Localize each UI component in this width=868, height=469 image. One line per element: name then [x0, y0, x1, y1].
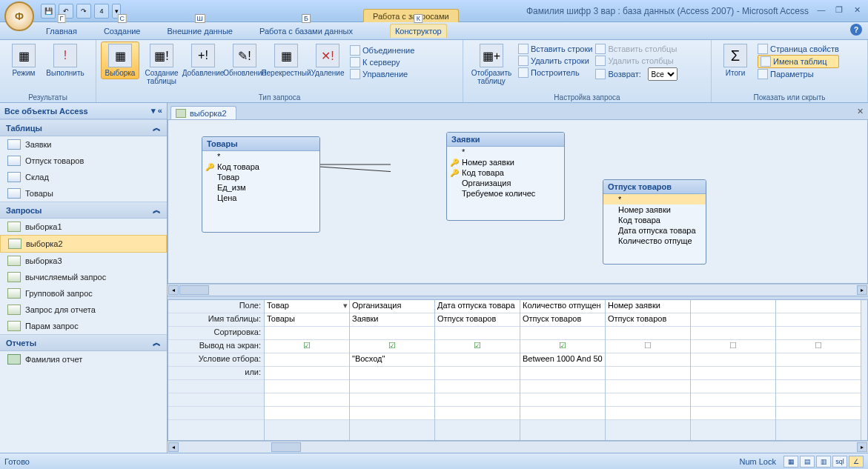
select-query-button[interactable]: ▦Выборка: [101, 41, 139, 79]
view-datasheet-icon[interactable]: ▦: [783, 456, 798, 468]
grid-cell[interactable]: [435, 327, 520, 340]
grid-cell[interactable]: [520, 380, 605, 393]
table-field[interactable]: Цена: [202, 193, 319, 203]
grid-cell[interactable]: [776, 300, 861, 313]
grid-cell[interactable]: "Восход": [350, 353, 434, 367]
totals-button[interactable]: ΣИтоги: [716, 41, 755, 79]
dropdown-icon[interactable]: ▾: [343, 301, 348, 310]
nav-section-queries[interactable]: Запросы︽: [0, 202, 167, 219]
grid-cell[interactable]: [350, 380, 434, 393]
tab-external-data[interactable]: ШВнешние данные: [163, 24, 237, 38]
table-field[interactable]: Код товара: [603, 215, 706, 225]
grid-cell[interactable]: [606, 367, 690, 380]
qat-redo-icon[interactable]: ↷: [76, 4, 91, 19]
table-field[interactable]: 🔑Код товара: [202, 162, 319, 172]
run-button[interactable]: !Выполнить: [46, 41, 85, 79]
tab-create[interactable]: ССоздание: [99, 24, 145, 38]
qat-btn4-icon[interactable]: 4: [94, 4, 109, 19]
grid-cell[interactable]: [776, 393, 861, 407]
delete-query-button[interactable]: ✕!Удаление: [308, 41, 347, 79]
union-button[interactable]: Объединение: [350, 44, 414, 56]
grid-cell[interactable]: [691, 367, 775, 380]
diagram-pane[interactable]: Товары * 🔑Код товара Товар Ед_изм Цена З…: [168, 119, 868, 284]
document-tab[interactable]: выборка2: [170, 106, 236, 119]
collapse-icon[interactable]: ︽: [153, 337, 161, 348]
table-box-tovary[interactable]: Товары * 🔑Код товара Товар Ед_изм Цена: [202, 136, 320, 233]
table-field[interactable]: 🔑Номер заявки: [447, 157, 564, 167]
grid-cell[interactable]: Количество отпущен: [520, 300, 605, 313]
tab-design[interactable]: ККонструктор: [390, 24, 447, 38]
show-table-button[interactable]: ▦+Отобразить таблицу: [468, 41, 515, 87]
grid-cell[interactable]: [435, 407, 520, 420]
grid-cell[interactable]: ☑: [435, 340, 520, 353]
grid-cell[interactable]: Отпуск товаров: [606, 313, 690, 327]
return-select[interactable]: Все: [648, 67, 677, 81]
insert-cols-button[interactable]: Вставить столбцы: [595, 43, 677, 55]
grid-cell[interactable]: [776, 313, 861, 327]
table-box-otpusk[interactable]: Отпуск товаров * Номер заявки Код товара…: [603, 179, 706, 265]
grid-cell[interactable]: [606, 353, 690, 367]
parameters-button[interactable]: Параметры: [758, 68, 839, 80]
grid-hscroll[interactable]: ◂▸: [168, 441, 868, 453]
nav-query-item[interactable]: вычисляемый запрос: [0, 269, 167, 285]
builder-button[interactable]: Построитель: [518, 67, 592, 79]
table-box-zayavki[interactable]: Заявки * 🔑Номер заявки 🔑Код товара Орган…: [446, 132, 565, 221]
grid-cell[interactable]: [520, 407, 605, 420]
grid-column[interactable]: ОрганизацияЗаявки☑"Восход": [350, 300, 435, 440]
grid-cell[interactable]: Товары: [265, 313, 349, 327]
grid-cell[interactable]: [691, 313, 775, 327]
update-button[interactable]: ✎!Обновление: [225, 41, 264, 79]
grid-cell[interactable]: [776, 407, 861, 420]
grid-cell[interactable]: Организация: [350, 300, 434, 313]
tab-home[interactable]: ГГлавная: [42, 24, 82, 38]
grid-cell[interactable]: ☑: [350, 340, 434, 353]
view-design-icon[interactable]: ∠: [849, 456, 864, 468]
grid-cell[interactable]: [520, 367, 605, 380]
restore-button[interactable]: ❐: [832, 4, 846, 16]
grid-cell[interactable]: [435, 367, 520, 380]
append-button[interactable]: +!Добавление: [184, 41, 222, 79]
grid-cell[interactable]: [350, 407, 434, 420]
grid-cell[interactable]: [435, 393, 520, 407]
grid-cell[interactable]: Товар▾: [265, 300, 349, 313]
nav-report-item[interactable]: Фамилия отчет: [0, 351, 167, 367]
grid-cell[interactable]: [265, 353, 349, 367]
view-sql-icon[interactable]: sql: [832, 456, 847, 468]
close-button[interactable]: ✕: [850, 4, 864, 16]
design-grid[interactable]: Поле: Имя таблицы: Сортировка: Вывод на …: [168, 300, 868, 441]
nav-section-tables[interactable]: Таблицы︽: [0, 119, 167, 136]
nav-table-item[interactable]: Отпуск товаров: [0, 153, 167, 169]
grid-cell[interactable]: [691, 380, 775, 393]
qat-save-icon[interactable]: 💾: [41, 4, 56, 19]
table-field[interactable]: Дата отпуска товара: [603, 225, 706, 236]
table-field[interactable]: Требуемое количес: [447, 188, 564, 199]
grid-cell[interactable]: [520, 327, 605, 340]
grid-cell[interactable]: [691, 393, 775, 407]
grid-cell[interactable]: Between 1000 And 50: [520, 353, 605, 367]
table-field[interactable]: 🔑Код товара: [447, 167, 564, 178]
document-close-button[interactable]: ✕: [854, 105, 866, 117]
grid-cell[interactable]: Номер заявки: [606, 300, 690, 313]
grid-column[interactable]: ☐: [776, 300, 861, 440]
grid-column[interactable]: Дата отпуска товараОтпуск товаров☑: [435, 300, 520, 440]
view-pivot-icon[interactable]: ▤: [800, 456, 815, 468]
grid-cell[interactable]: [606, 380, 690, 393]
grid-cell[interactable]: ☑: [520, 340, 605, 353]
grid-cell[interactable]: [776, 380, 861, 393]
grid-cell[interactable]: Заявки: [350, 313, 434, 327]
grid-cell[interactable]: [265, 327, 349, 340]
grid-column[interactable]: Товар▾Товары☑: [265, 300, 350, 440]
table-field[interactable]: Ед_изм: [202, 182, 319, 193]
grid-column[interactable]: Количество отпущенОтпуск товаров☑Between…: [520, 300, 606, 440]
table-field[interactable]: Номер заявки: [603, 204, 706, 215]
minimize-button[interactable]: —: [815, 4, 828, 16]
nav-query-item[interactable]: Парам запрос: [0, 318, 167, 334]
nav-table-item[interactable]: Склад: [0, 169, 167, 185]
delete-rows-button[interactable]: Удалить строки: [518, 55, 592, 67]
property-sheet-button[interactable]: Страница свойств: [758, 43, 839, 55]
collapse-icon[interactable]: ︽: [153, 204, 161, 216]
grid-column[interactable]: Номер заявкиОтпуск товаров☐: [606, 300, 691, 440]
grid-cell[interactable]: [520, 393, 605, 407]
passthrough-button[interactable]: К серверу: [350, 56, 414, 68]
table-field[interactable]: Товар: [202, 172, 319, 182]
